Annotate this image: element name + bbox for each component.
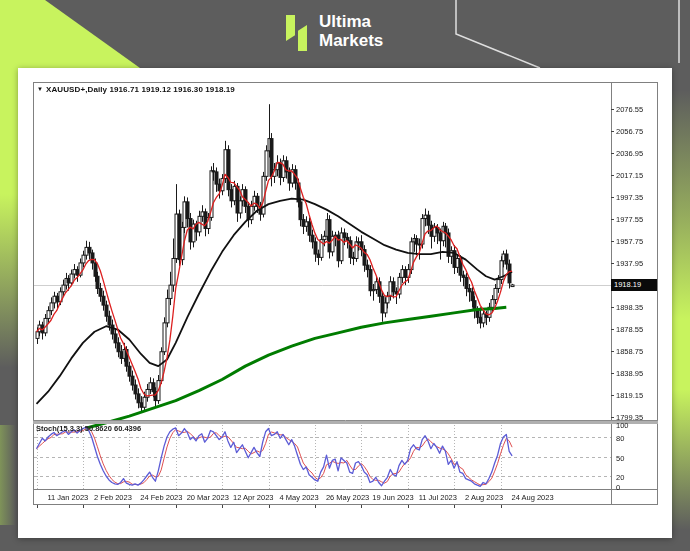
price-scale-label: 1878.55 [616, 325, 643, 334]
brand-logo: Ultima Markets [286, 12, 383, 52]
price-scale-label: 1977.55 [616, 215, 643, 224]
time-scale-label: 19 Jun 2023 [372, 493, 413, 502]
price-scale-label: 1858.75 [616, 347, 643, 356]
background-lime-right-band [672, 90, 690, 530]
time-scale-label: 24 Feb 2023 [140, 493, 182, 502]
stoch-scale-label: 50 [616, 454, 624, 463]
ultima-markets-logo-icon [286, 12, 310, 52]
stoch-scale-label: 20 [616, 473, 624, 482]
price-scale-label: 2017.15 [616, 171, 643, 180]
background-lime-bottom-glow [0, 425, 16, 525]
price-scale-label: 2076.55 [616, 105, 643, 114]
current-price-badge: 1918.19 [611, 279, 657, 291]
time-scale-label: 26 May 2023 [326, 493, 369, 502]
price-scale-label: 1957.75 [616, 237, 643, 246]
price-scale-label: 1997.35 [616, 193, 643, 202]
pane-splitter[interactable] [33, 420, 658, 425]
price-scale-label: 1898.35 [616, 303, 643, 312]
chart-panel [18, 68, 672, 538]
logo-wordmark: Ultima Markets [319, 13, 383, 50]
stage: Ultima Markets ▼XAUUSD+,Daily 1916.71 19… [0, 0, 690, 551]
background-lime-left-band [0, 68, 18, 368]
stochastic-scale[interactable]: 1008050200 [612, 424, 658, 489]
price-scale-label: 1819.15 [616, 391, 643, 400]
symbol-title: ▼XAUUSD+,Daily 1916.71 1919.12 1916.30 1… [37, 85, 235, 94]
price-scale[interactable]: 2076.552056.752036.952017.151997.351977.… [612, 82, 658, 421]
price-scale-label: 2056.75 [616, 127, 643, 136]
time-scale[interactable]: 11 Jan 20232 Feb 202324 Feb 202320 Mar 2… [33, 489, 658, 505]
symbol-dropdown-icon[interactable]: ▼ [37, 86, 43, 92]
price-scale-label: 1838.95 [616, 369, 643, 378]
symbol-title-text: XAUUSD+,Daily 1916.71 1919.12 1916.30 19… [46, 85, 235, 94]
logo-bar-left [286, 15, 295, 41]
stoch-scale-label: 80 [616, 434, 624, 443]
time-scale-label: 24 Aug 2023 [512, 493, 554, 502]
time-scale-label: 12 Apr 2023 [233, 493, 273, 502]
time-scale-label: 11 Jan 2023 [48, 493, 89, 502]
time-scale-label: 2 Feb 2023 [94, 493, 132, 502]
price-scale-label: 1937.95 [616, 259, 643, 268]
chart-canvas[interactable] [18, 68, 672, 538]
logo-line2: Markets [319, 32, 383, 51]
price-scale-label: 2036.95 [616, 149, 643, 158]
time-scale-label: 4 May 2023 [280, 493, 319, 502]
logo-bar-right [298, 25, 307, 51]
time-scale-label: 2 Aug 2023 [465, 493, 503, 502]
logo-line1: Ultima [319, 13, 383, 32]
time-scale-label: 11 Jul 2023 [419, 493, 457, 502]
stochastic-indicator-label: Stoch(15,3,3) 50.8620 60.4396 [36, 424, 141, 433]
time-scale-label: 20 Mar 2023 [187, 493, 229, 502]
